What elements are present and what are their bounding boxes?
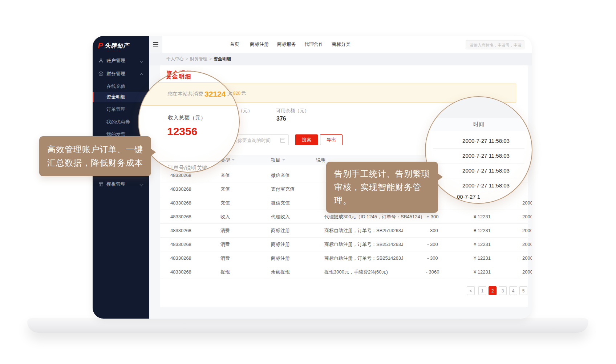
cell-order: 48330268: [170, 238, 214, 251]
partial-time: 00-7-27 1: [457, 194, 480, 200]
cell-project: 支付宝充值: [271, 182, 318, 196]
pagination-prev[interactable]: <: [467, 286, 475, 295]
cell-project: 微信充值: [271, 169, 318, 182]
sort-caret-icon: [232, 159, 235, 162]
time-column-header: 时间: [426, 118, 532, 131]
cell-project: 商标注册: [271, 251, 318, 265]
sidebar-item-account[interactable]: 账户管理: [93, 56, 149, 66]
breadcrumb-separator: >: [209, 56, 212, 61]
breadcrumb-separator: >: [186, 56, 188, 61]
pagination-page-2[interactable]: 2: [489, 286, 497, 295]
income-label: 收入总额（元）: [168, 114, 206, 121]
table-row: 48330268消费商标注册商标自助注册，订单号：SB2514263J- 300…: [160, 224, 528, 238]
search-button[interactable]: 搜索: [295, 134, 318, 145]
cell-order: 48330268: [170, 182, 214, 196]
sidebar-subitem-label: 我的优惠券: [106, 117, 130, 127]
cell-amount: - 3060: [414, 265, 451, 279]
cell-type: 消费: [220, 238, 253, 251]
sidebar-item-template[interactable]: 模板管理: [93, 179, 149, 189]
cell-balance: ¥ 12231: [451, 210, 491, 224]
nav-item-2[interactable]: 商标注册: [250, 36, 269, 53]
nav-item-1[interactable]: 首页: [230, 36, 239, 53]
cell-type: 消费: [220, 251, 253, 265]
template-icon: [98, 182, 104, 187]
cell-order: 48330268: [170, 251, 214, 265]
cell-project: 商标注册: [271, 238, 318, 251]
logo: P 头牌知产: [98, 42, 129, 50]
calendar-icon: [280, 138, 285, 143]
sidebar-subitem-1[interactable]: 在线充值: [93, 81, 149, 92]
cell-balance: ¥ 12231: [451, 251, 491, 265]
magnified-time-value: 2000-7-27 11:58:03: [450, 180, 522, 191]
tooltip-left: 高效管理账户订单、一键汇总数据，降低财务成本: [39, 136, 151, 176]
tooltip-right: 告别手工统计、告别繁琐审核，实现智能财务管理。: [326, 162, 438, 213]
cell-balance: ¥ 12231: [451, 265, 491, 279]
banner-amount: 32124: [204, 90, 226, 98]
chevron-down-icon: [140, 183, 143, 186]
cell-balance: ¥ 12231: [451, 238, 491, 251]
magnified-time-value: 2000-7-27 11:58:03: [450, 165, 522, 176]
export-button[interactable]: 导出: [320, 134, 343, 145]
tooltip-line: 审核，实现智能财务管: [334, 181, 430, 194]
row-divider: [433, 178, 524, 178]
nav-item-4[interactable]: 代理合作: [304, 36, 323, 53]
cell-time: [522, 182, 532, 196]
tooltip-arrow-icon: [151, 149, 156, 156]
table-row: 48330268消费商标注册商标自助注册，订单号：SB2514263J- 300…: [160, 238, 528, 251]
cell-type: 收入: [220, 210, 253, 224]
cell-amount: - 300: [414, 251, 451, 265]
cell-time: 2000-7-27 11:58:03: [522, 238, 532, 251]
tooltip-line: 高效管理账户订单、一键: [47, 143, 143, 156]
breadcrumb: 个人中心>财务管理>资金明细: [166, 53, 231, 65]
sidebar-item-finance[interactable]: 财务管理: [93, 69, 149, 79]
laptop-base: [27, 318, 588, 333]
cell-order: 48330268: [170, 196, 214, 210]
cell-amount: - 300: [414, 238, 451, 251]
tooltip-arrow-icon: [438, 173, 443, 181]
balance-label: 可用余额（元）: [276, 108, 309, 114]
breadcrumb-part[interactable]: 财务管理: [190, 56, 207, 61]
sidebar-subitem-label: 在线充值: [106, 81, 125, 92]
finance-icon: [98, 71, 104, 76]
cell-project: 代理收入: [271, 210, 318, 224]
sidebar-item-label: 模板管理: [106, 179, 125, 189]
search-input[interactable]: [469, 41, 523, 49]
banner-prefix: 您在本站共消费: [167, 91, 203, 97]
balance-value: 376: [276, 116, 286, 122]
col-project-header[interactable]: 项目: [271, 155, 285, 165]
cell-time: 2000-7-27 11:58:03: [522, 224, 532, 238]
cell-time: 2000-7-27 11:58:03: [522, 251, 532, 265]
user-icon: [98, 58, 104, 63]
nav-item-3[interactable]: 商标服务: [277, 36, 296, 53]
cell-type: 提现: [220, 265, 253, 279]
magnified-time-value: 2000-7-27 11:58:03: [450, 150, 522, 161]
pagination: <12345: [160, 286, 528, 295]
pagination-page-5[interactable]: 5: [519, 286, 527, 295]
logo-icon: P: [98, 42, 103, 50]
row-divider: [433, 148, 524, 149]
chevron-up-icon: [140, 73, 143, 77]
table-row: 48330268消费商标注册商标自助注册，订单号：SB2514263J- 300…: [160, 251, 528, 265]
row-divider: [433, 193, 524, 193]
cell-time: 2000-7-27 11:58:03: [522, 265, 532, 279]
cell-order: 48330268: [170, 224, 214, 238]
cell-time: 2000-7-27 11:58:03: [522, 196, 532, 210]
cell-project: 余额提现: [271, 265, 318, 279]
stat-unit-label: （元）: [238, 108, 252, 114]
cell-time: 2000-7-27 11:58:03: [522, 210, 532, 224]
sidebar: P 头牌知产 ······· 账户管理 财务管理: [93, 36, 149, 319]
page: P 头牌知产 ······· 账户管理 财务管理: [0, 0, 616, 364]
cell-order: 48330268: [170, 265, 214, 279]
cell-order: 48330268: [170, 210, 214, 224]
trademark-search[interactable]: [466, 40, 524, 49]
sidebar-toggle[interactable]: [149, 36, 162, 53]
pagination-page-4[interactable]: 4: [509, 286, 517, 295]
magnified-banner: 您在本站共消费 32124 大: [138, 82, 240, 106]
sidebar-subitem-2[interactable]: 资金明细: [93, 92, 149, 102]
pagination-page-1[interactable]: 1: [478, 286, 486, 295]
stat-divider: [273, 107, 273, 121]
nav-item-5[interactable]: 商标分类: [332, 36, 350, 53]
pagination-page-3[interactable]: 3: [499, 286, 507, 295]
breadcrumb-part[interactable]: 个人中心: [166, 56, 184, 61]
row-divider: [433, 163, 524, 163]
